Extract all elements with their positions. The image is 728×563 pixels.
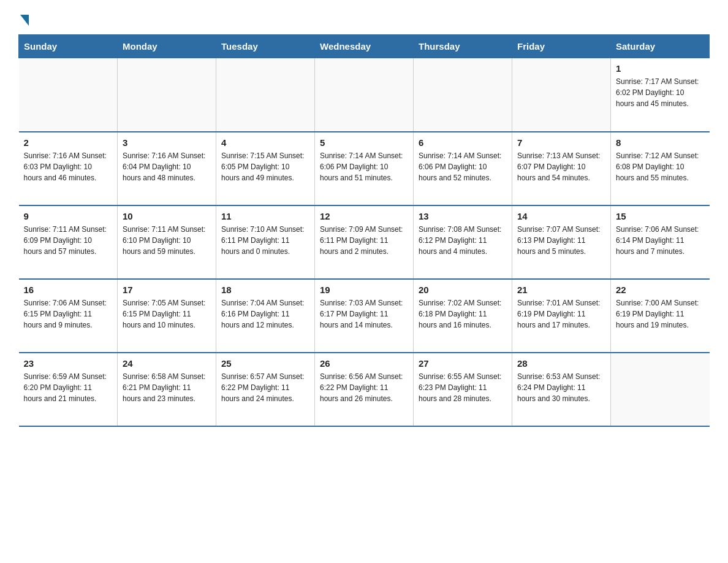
calendar-cell: 24Sunrise: 6:58 AM Sunset: 6:21 PM Dayli… (118, 353, 216, 426)
day-info: Sunrise: 7:15 AM Sunset: 6:05 PM Dayligh… (221, 150, 309, 183)
calendar-cell: 3Sunrise: 7:16 AM Sunset: 6:04 PM Daylig… (118, 132, 216, 205)
day-number: 20 (419, 285, 507, 295)
day-number: 12 (320, 211, 408, 221)
calendar-cell: 18Sunrise: 7:04 AM Sunset: 6:16 PM Dayli… (216, 279, 315, 353)
column-header-saturday: Saturday (611, 35, 710, 58)
day-info: Sunrise: 7:12 AM Sunset: 6:08 PM Dayligh… (616, 150, 705, 183)
day-number: 18 (221, 285, 309, 295)
calendar-cell: 20Sunrise: 7:02 AM Sunset: 6:18 PM Dayli… (414, 279, 512, 353)
day-number: 22 (616, 285, 705, 295)
day-info: Sunrise: 7:16 AM Sunset: 6:04 PM Dayligh… (123, 150, 211, 183)
calendar-cell: 16Sunrise: 7:06 AM Sunset: 6:15 PM Dayli… (19, 279, 118, 353)
day-info: Sunrise: 7:13 AM Sunset: 6:07 PM Dayligh… (517, 150, 605, 183)
day-number: 1 (616, 63, 705, 74)
day-info: Sunrise: 7:04 AM Sunset: 6:16 PM Dayligh… (221, 297, 309, 331)
column-header-tuesday: Tuesday (216, 35, 315, 58)
calendar-cell (611, 353, 710, 426)
day-number: 13 (419, 211, 507, 221)
calendar-cell: 1Sunrise: 7:17 AM Sunset: 6:02 PM Daylig… (611, 58, 710, 132)
day-number: 14 (517, 211, 605, 221)
day-number: 7 (517, 137, 605, 148)
calendar-cell: 25Sunrise: 6:57 AM Sunset: 6:22 PM Dayli… (216, 353, 315, 426)
calendar-cell: 12Sunrise: 7:09 AM Sunset: 6:11 PM Dayli… (315, 205, 414, 279)
calendar-cell: 11Sunrise: 7:10 AM Sunset: 6:11 PM Dayli… (216, 205, 315, 279)
calendar-cell: 28Sunrise: 6:53 AM Sunset: 6:24 PM Dayli… (512, 353, 611, 426)
calendar-week-row: 9Sunrise: 7:11 AM Sunset: 6:09 PM Daylig… (19, 205, 710, 279)
column-header-sunday: Sunday (19, 35, 118, 58)
day-number: 15 (616, 211, 705, 221)
calendar-cell: 19Sunrise: 7:03 AM Sunset: 6:17 PM Dayli… (315, 279, 414, 353)
day-info: Sunrise: 7:05 AM Sunset: 6:15 PM Dayligh… (123, 297, 211, 331)
day-number: 6 (419, 137, 507, 148)
day-info: Sunrise: 7:11 AM Sunset: 6:09 PM Dayligh… (24, 224, 113, 257)
day-info: Sunrise: 6:58 AM Sunset: 6:21 PM Dayligh… (123, 371, 211, 404)
day-number: 8 (616, 137, 705, 148)
day-info: Sunrise: 7:17 AM Sunset: 6:02 PM Dayligh… (616, 76, 705, 109)
day-number: 5 (320, 137, 408, 148)
calendar-cell: 5Sunrise: 7:14 AM Sunset: 6:06 PM Daylig… (315, 132, 414, 205)
day-number: 28 (517, 358, 605, 369)
day-info: Sunrise: 7:03 AM Sunset: 6:17 PM Dayligh… (320, 297, 408, 331)
day-info: Sunrise: 6:53 AM Sunset: 6:24 PM Dayligh… (517, 371, 605, 404)
day-number: 11 (221, 211, 309, 221)
day-info: Sunrise: 7:11 AM Sunset: 6:10 PM Dayligh… (123, 224, 211, 257)
calendar-cell: 14Sunrise: 7:07 AM Sunset: 6:13 PM Dayli… (512, 205, 611, 279)
day-info: Sunrise: 7:10 AM Sunset: 6:11 PM Dayligh… (221, 224, 309, 257)
calendar-cell: 4Sunrise: 7:15 AM Sunset: 6:05 PM Daylig… (216, 132, 315, 205)
day-number: 21 (517, 285, 605, 295)
day-info: Sunrise: 7:01 AM Sunset: 6:19 PM Dayligh… (517, 297, 605, 331)
logo-arrow-icon (20, 15, 29, 26)
logo (18, 12, 29, 25)
calendar-cell (19, 58, 118, 132)
day-info: Sunrise: 7:06 AM Sunset: 6:14 PM Dayligh… (616, 224, 705, 257)
day-info: Sunrise: 7:14 AM Sunset: 6:06 PM Dayligh… (320, 150, 408, 183)
day-number: 17 (123, 285, 211, 295)
column-header-thursday: Thursday (414, 35, 512, 58)
calendar-cell: 15Sunrise: 7:06 AM Sunset: 6:14 PM Dayli… (611, 205, 710, 279)
day-info: Sunrise: 7:08 AM Sunset: 6:12 PM Dayligh… (419, 224, 507, 257)
calendar-week-row: 23Sunrise: 6:59 AM Sunset: 6:20 PM Dayli… (19, 353, 710, 426)
calendar-cell (315, 58, 414, 132)
day-info: Sunrise: 6:55 AM Sunset: 6:23 PM Dayligh… (419, 371, 507, 404)
day-info: Sunrise: 7:00 AM Sunset: 6:19 PM Dayligh… (616, 297, 705, 331)
calendar-week-row: 2Sunrise: 7:16 AM Sunset: 6:03 PM Daylig… (19, 132, 710, 205)
calendar-week-row: 16Sunrise: 7:06 AM Sunset: 6:15 PM Dayli… (19, 279, 710, 353)
calendar-cell: 8Sunrise: 7:12 AM Sunset: 6:08 PM Daylig… (611, 132, 710, 205)
day-info: Sunrise: 6:56 AM Sunset: 6:22 PM Dayligh… (320, 371, 408, 404)
day-number: 26 (320, 358, 408, 369)
calendar-cell (512, 58, 611, 132)
calendar-cell: 6Sunrise: 7:14 AM Sunset: 6:06 PM Daylig… (414, 132, 512, 205)
page-header (18, 12, 710, 25)
day-number: 27 (419, 358, 507, 369)
day-number: 16 (24, 285, 113, 295)
day-info: Sunrise: 7:02 AM Sunset: 6:18 PM Dayligh… (419, 297, 507, 331)
column-header-wednesday: Wednesday (315, 35, 414, 58)
calendar-cell (118, 58, 216, 132)
calendar-cell: 21Sunrise: 7:01 AM Sunset: 6:19 PM Dayli… (512, 279, 611, 353)
calendar-cell: 22Sunrise: 7:00 AM Sunset: 6:19 PM Dayli… (611, 279, 710, 353)
day-number: 4 (221, 137, 309, 148)
calendar-cell: 23Sunrise: 6:59 AM Sunset: 6:20 PM Dayli… (19, 353, 118, 426)
day-number: 10 (123, 211, 211, 221)
day-number: 25 (221, 358, 309, 369)
calendar-week-row: 1Sunrise: 7:17 AM Sunset: 6:02 PM Daylig… (19, 58, 710, 132)
calendar-cell: 9Sunrise: 7:11 AM Sunset: 6:09 PM Daylig… (19, 205, 118, 279)
column-header-monday: Monday (118, 35, 216, 58)
day-info: Sunrise: 7:07 AM Sunset: 6:13 PM Dayligh… (517, 224, 605, 257)
day-info: Sunrise: 7:14 AM Sunset: 6:06 PM Dayligh… (419, 150, 507, 183)
day-info: Sunrise: 7:16 AM Sunset: 6:03 PM Dayligh… (24, 150, 113, 183)
day-number: 3 (123, 137, 211, 148)
column-header-friday: Friday (512, 35, 611, 58)
day-number: 2 (24, 137, 113, 148)
day-info: Sunrise: 6:59 AM Sunset: 6:20 PM Dayligh… (24, 371, 113, 404)
calendar-table: SundayMondayTuesdayWednesdayThursdayFrid… (18, 34, 710, 427)
calendar-cell (414, 58, 512, 132)
day-number: 9 (24, 211, 113, 221)
day-info: Sunrise: 7:09 AM Sunset: 6:11 PM Dayligh… (320, 224, 408, 257)
calendar-cell: 13Sunrise: 7:08 AM Sunset: 6:12 PM Dayli… (414, 205, 512, 279)
day-info: Sunrise: 6:57 AM Sunset: 6:22 PM Dayligh… (221, 371, 309, 404)
day-number: 23 (24, 358, 113, 369)
calendar-cell: 17Sunrise: 7:05 AM Sunset: 6:15 PM Dayli… (118, 279, 216, 353)
calendar-cell: 2Sunrise: 7:16 AM Sunset: 6:03 PM Daylig… (19, 132, 118, 205)
day-number: 19 (320, 285, 408, 295)
